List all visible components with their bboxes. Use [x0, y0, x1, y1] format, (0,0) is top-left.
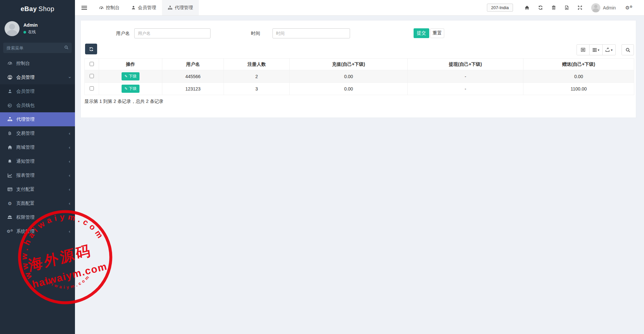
row-reg-count: 2 [224, 70, 290, 83]
table-row: ✎下级 123123 3 0.00 - 1100.00 [85, 83, 634, 95]
user-panel: Admin 在线 [0, 18, 75, 41]
file-clear-icon[interactable] [564, 5, 569, 10]
reset-button[interactable]: 重置 [430, 28, 444, 38]
row-gift: 0.00 [523, 70, 634, 83]
sidebar-item-payment-config[interactable]: 支付配置 ‹ [0, 182, 75, 196]
refresh-icon[interactable] [538, 5, 543, 10]
pagination-summary: 显示第 1 到第 2 条记录，总共 2 条记录 [84, 99, 164, 104]
pencil-icon: ✎ [124, 74, 127, 78]
settings-cogs-icon[interactable]: ⚙⚙ [625, 5, 633, 11]
username-filter-label: 用户名 [94, 28, 130, 38]
navbar-right: 207-India Admin ⚙⚙ [487, 0, 644, 15]
sidebar-toggle-button[interactable] [75, 0, 93, 15]
home-icon[interactable] [524, 5, 530, 10]
sidebar-item-label: 商城管理 [16, 145, 35, 150]
row-reg-count: 3 [224, 83, 290, 95]
user-name: Admin [23, 22, 38, 28]
chevron-left-icon: ‹ [68, 229, 70, 234]
time-filter-input[interactable] [272, 28, 350, 38]
online-dot-icon [23, 31, 26, 34]
sidebar-item-label: 支付配置 [16, 187, 35, 192]
sidebar-item-notice-management[interactable]: 通知管理 ‹ [0, 154, 75, 168]
sidebar-subitem-member-wallet[interactable]: 会员钱包 [0, 98, 75, 112]
sidebar-item-label: 系统管理 [16, 229, 35, 234]
user-circle-icon [6, 75, 14, 80]
export-dropdown-button[interactable]: ▾ [603, 44, 616, 55]
columns-dropdown-button[interactable]: ▾ [590, 44, 603, 55]
navbar-user-name[interactable]: Admin [603, 5, 616, 10]
caret-down-icon: ▾ [611, 48, 612, 52]
sidebar-item-agent-management[interactable]: 代理管理 [0, 112, 75, 126]
sidebar-menu: 控制台 会员管理 ‹ 会员管理 会员钱包 [0, 56, 75, 238]
chevron-left-icon: ‹ [68, 173, 70, 178]
fullscreen-icon[interactable] [578, 5, 582, 10]
admin-page: eBay Shop Admin 在线 控制 [0, 0, 644, 334]
row-action-cell: ✎下级 [99, 70, 162, 83]
sidebar-item-system-management[interactable]: ⚙⚙ 系统管理 ‹ [0, 224, 75, 238]
row-select-cell [85, 83, 99, 95]
sitemap-icon [168, 6, 172, 10]
row-checkbox[interactable] [90, 86, 94, 90]
username-filter-input[interactable] [134, 28, 211, 38]
user-meta: Admin 在线 [23, 22, 38, 35]
logo-bold-text: eBay [21, 5, 37, 13]
home-icon [6, 145, 14, 150]
bell-icon [6, 159, 14, 164]
sidebar-item-trade-management[interactable]: 交易管理 ‹ [0, 126, 75, 140]
search-icon[interactable] [64, 45, 68, 51]
chevron-left-icon: ‹ [68, 159, 70, 164]
tab-dashboard[interactable]: 控制台 [93, 0, 125, 15]
sidebar-item-page-config[interactable]: ⚙ 页面配置 ‹ [0, 196, 75, 210]
sidebar-item-label: 会员钱包 [16, 103, 35, 108]
row-action-cell: ✎下级 [99, 83, 162, 95]
sidebar-item-label: 代理管理 [16, 117, 35, 122]
detail-view-button[interactable] [577, 44, 590, 55]
sitemap-icon [6, 117, 14, 122]
user-icon [6, 89, 14, 93]
row-withdraw: - [408, 83, 523, 95]
sidebar-item-mall-management[interactable]: 商城管理 ‹ [0, 140, 75, 154]
table-refresh-button[interactable] [85, 44, 97, 54]
sidebar-item-label: 会员管理 [16, 75, 35, 80]
subordinate-button[interactable]: ✎下级 [122, 72, 139, 80]
column-header-action: 操作 [99, 59, 162, 70]
chevron-left-icon: ‹ [68, 187, 70, 192]
submit-button[interactable]: 提交 [414, 28, 429, 38]
users-icon [6, 215, 14, 220]
sidebar-item-member-management[interactable]: 会员管理 ‹ [0, 70, 75, 84]
row-checkbox[interactable] [90, 74, 94, 78]
gear-icon: ⚙ [6, 201, 14, 206]
tachometer-icon [99, 6, 104, 10]
chevron-left-icon: ‹ [68, 131, 70, 136]
sidebar-item-label: 交易管理 [16, 131, 35, 136]
sidebar-item-label: 页面配置 [16, 201, 35, 206]
select-all-header [85, 59, 99, 70]
tab-agent-management[interactable]: 代理管理 [162, 0, 199, 15]
column-header-withdraw: 提现(自己+下级) [408, 59, 523, 70]
sidebar-item-report-management[interactable]: 报表管理 ‹ [0, 168, 75, 182]
sidebar-search [3, 43, 72, 53]
sidebar-item-dashboard[interactable]: 控制台 [0, 56, 75, 70]
row-gift: 1100.00 [523, 83, 634, 95]
sidebar-subitem-member-list[interactable]: 会员管理 [0, 84, 75, 98]
sidebar-item-label: 权限管理 [16, 215, 35, 220]
user-avatar[interactable] [591, 3, 600, 12]
subordinate-button[interactable]: ✎下级 [122, 85, 139, 93]
agent-table: 操作 用户名 注册人数 充值(自己+下级) 提现(自己+下级) 赠送(自己+下级… [84, 58, 634, 95]
user-status: 在线 [23, 29, 38, 35]
logo-rest-text: Shop [38, 5, 54, 13]
sidebar-item-permission-management[interactable]: 权限管理 ‹ [0, 210, 75, 224]
region-selector[interactable]: 207-India [487, 4, 513, 12]
trash-icon[interactable] [551, 5, 556, 10]
app-logo[interactable]: eBay Shop [0, 0, 75, 18]
avatar [5, 21, 20, 36]
table-search-button[interactable] [622, 44, 634, 55]
select-all-checkbox[interactable] [90, 62, 94, 66]
time-filter-label: 时间 [224, 28, 260, 38]
sidebar-search-input[interactable] [7, 46, 64, 50]
row-withdraw: - [408, 70, 523, 83]
chevron-left-icon: ‹ [68, 215, 70, 220]
column-header-username: 用户名 [162, 59, 224, 70]
tab-member-management[interactable]: 会员管理 [125, 0, 162, 15]
tab-label: 会员管理 [138, 5, 156, 11]
